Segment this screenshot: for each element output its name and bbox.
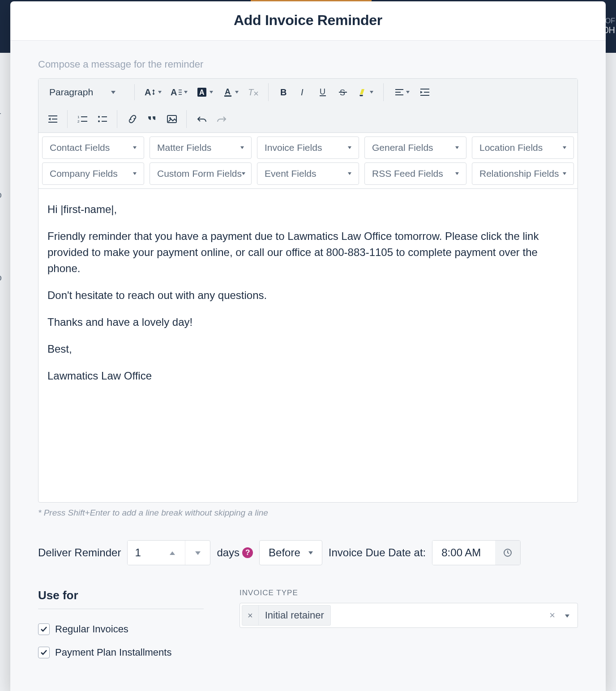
svg-point-32	[98, 120, 100, 122]
caret-icon	[133, 172, 137, 175]
underline-button[interactable]: U	[314, 83, 332, 101]
image-button[interactable]	[163, 110, 181, 128]
svg-text:A: A	[225, 87, 231, 96]
font-size-icon: A	[145, 87, 156, 97]
payment-plan-option[interactable]: Payment Plan Installments	[38, 647, 204, 658]
svg-text:A: A	[171, 87, 177, 97]
invoice-type-label: INVOICE TYPE	[240, 589, 578, 597]
chip-remove-button[interactable]: ×	[242, 606, 259, 625]
svg-text:U: U	[320, 87, 325, 96]
bg-color-icon: A	[197, 87, 208, 97]
option-label: Payment Plan Installments	[55, 647, 171, 658]
undo-icon	[197, 115, 207, 123]
link-button[interactable]	[124, 110, 141, 128]
ordered-list-button[interactable]: 12	[74, 110, 92, 128]
caret-icon	[308, 551, 313, 555]
increment-button[interactable]	[160, 541, 185, 565]
help-icon[interactable]: ?	[242, 547, 253, 558]
caret-icon	[455, 146, 459, 149]
compose-label: Compose a message for the reminder	[38, 59, 578, 70]
text-bg-color-button[interactable]: A	[193, 83, 217, 101]
indent-button[interactable]	[416, 83, 434, 101]
bg-text: Y T	[0, 111, 1, 122]
svg-rect-15	[320, 95, 326, 96]
invoice-type-select[interactable]: × Initial retainer ×	[240, 603, 578, 628]
bold-button[interactable]: B	[275, 83, 293, 101]
message-line: Thanks and have a lovely day!	[47, 314, 569, 330]
clock-button[interactable]	[495, 541, 520, 565]
modal-body: Compose a message for the reminder Parag…	[10, 41, 606, 691]
rss-feed-fields-dropdown[interactable]: RSS Feed Fields	[364, 162, 466, 185]
checkbox-checked[interactable]	[38, 647, 50, 658]
outdent-button[interactable]	[44, 110, 62, 128]
svg-rect-8	[224, 95, 231, 97]
days-value[interactable]	[128, 541, 160, 565]
bg-text: nvo	[0, 189, 2, 200]
line-height-button[interactable]: A	[167, 83, 191, 101]
dropdown-toggle[interactable]	[560, 611, 574, 619]
matter-fields-dropdown[interactable]: Matter Fields	[150, 136, 252, 159]
caret-icon	[565, 614, 569, 618]
strike-icon: S	[338, 87, 348, 97]
caret-icon	[133, 146, 137, 149]
toolbar-row-1: Paragraph A A	[38, 79, 578, 106]
quote-button[interactable]	[143, 110, 161, 128]
chevron-down-icon	[235, 91, 239, 94]
strike-button[interactable]: S	[334, 83, 352, 101]
due-date-label: Invoice Due Date at:	[329, 546, 426, 559]
italic-icon: I	[299, 87, 308, 97]
clear-all-button[interactable]: ×	[544, 610, 560, 621]
caret-icon	[348, 146, 351, 149]
highlight-button[interactable]	[354, 83, 378, 101]
days-label: days	[217, 546, 240, 559]
merge-fields-bar: Contact Fields Matter Fields Invoice Fie…	[38, 133, 578, 189]
clear-format-button[interactable]: T	[245, 83, 263, 101]
relationship-fields-dropdown[interactable]: Relationship Fields	[472, 162, 574, 185]
font-size-button[interactable]: A	[141, 83, 165, 101]
align-button[interactable]	[390, 83, 414, 101]
invoice-type-column: INVOICE TYPE × Initial retainer ×	[240, 589, 578, 670]
chevron-down-icon	[370, 91, 373, 94]
checkbox-checked[interactable]	[38, 623, 50, 635]
ol-icon: 12	[77, 115, 88, 124]
italic-button[interactable]: I	[295, 83, 312, 101]
general-fields-dropdown[interactable]: General Fields	[364, 136, 466, 159]
chevron-down-icon	[210, 91, 213, 94]
svg-point-31	[98, 116, 100, 118]
days-number-input[interactable]	[127, 540, 210, 565]
redo-button[interactable]	[213, 110, 231, 128]
company-fields-dropdown[interactable]: Company Fields	[42, 162, 144, 185]
invoice-fields-dropdown[interactable]: Invoice Fields	[257, 136, 359, 159]
time-input[interactable]	[432, 540, 521, 565]
bold-icon: B	[279, 87, 289, 97]
time-value[interactable]	[432, 541, 495, 565]
chip-label: Initial retainer	[259, 610, 330, 621]
custom-form-fields-dropdown[interactable]: Custom Form Fields	[150, 162, 252, 185]
highlight-icon	[358, 87, 368, 97]
event-fields-dropdown[interactable]: Event Fields	[257, 162, 359, 185]
text-color-icon: A	[223, 87, 233, 97]
decrement-button[interactable]	[185, 541, 210, 565]
caret-icon	[455, 172, 459, 175]
contact-fields-dropdown[interactable]: Contact Fields	[42, 136, 144, 159]
svg-text:A: A	[145, 87, 151, 97]
caret-icon	[563, 146, 566, 149]
message-line: Don't hesitate to reach out with any que…	[47, 287, 569, 303]
bottom-section: Use for Regular Invoices Payment Plan In…	[38, 589, 578, 670]
svg-text:I: I	[301, 87, 304, 97]
deliver-label: Deliver Reminder	[38, 546, 121, 559]
undo-button[interactable]	[193, 110, 211, 128]
unordered-list-button[interactable]	[94, 110, 111, 128]
regular-invoices-option[interactable]: Regular Invoices	[38, 623, 204, 635]
block-style-label: Paragraph	[49, 87, 93, 98]
text-color-button[interactable]: A	[219, 83, 243, 101]
caret-icon	[240, 146, 244, 149]
before-after-select[interactable]: Before	[259, 540, 322, 565]
chevron-down-icon	[184, 91, 188, 94]
caret-icon	[348, 172, 351, 175]
location-fields-dropdown[interactable]: Location Fields	[472, 136, 574, 159]
option-label: Regular Invoices	[55, 623, 128, 635]
when-value: Before	[269, 546, 300, 559]
message-body[interactable]: Hi |first-name|, Friendly reminder that …	[38, 189, 578, 502]
block-style-select[interactable]: Paragraph	[44, 84, 129, 100]
